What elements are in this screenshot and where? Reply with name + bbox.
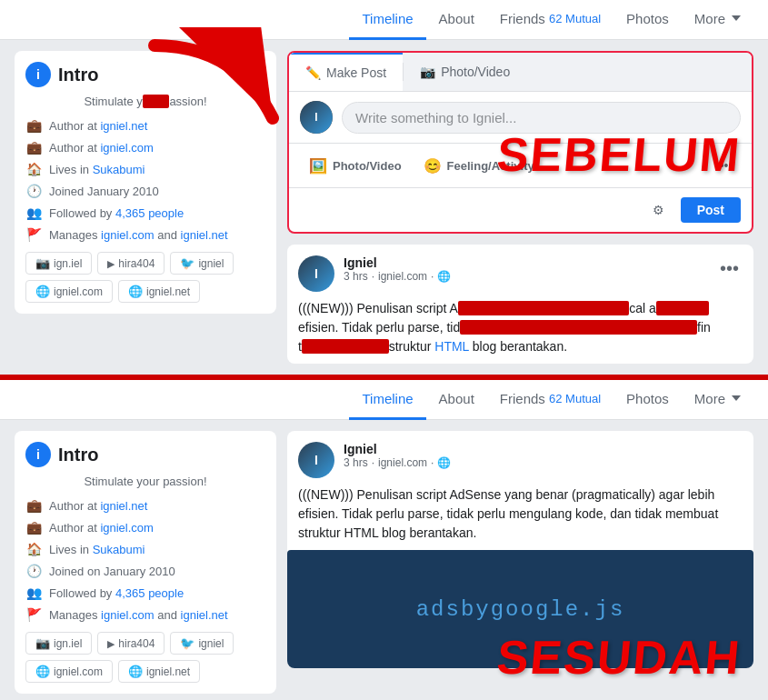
chevron-down-icon-bottom: [732, 395, 741, 401]
link-followed[interactable]: 4,365 people: [115, 206, 184, 220]
post-footer: ⚙ Post: [289, 187, 752, 232]
feed-post-meta: Igniel 3 hrs · igniel.com · 🌐: [344, 255, 707, 283]
intro-item-sukabumi: 🏠 Lives in Sukabumi: [25, 161, 265, 177]
link-sukabumi-b[interactable]: Sukabumi: [93, 543, 145, 556]
instagram-icon: [35, 256, 50, 270]
feed-post-meta-bottom: Igniel 3 hrs · igniel.com · 🌐: [344, 442, 743, 469]
intro-items-bottom: 💼 Author at igniel.net 💼 Author at ignie…: [25, 497, 265, 623]
intro-title-bottom: i Intro: [25, 442, 265, 467]
globe-icon-2: [128, 285, 143, 298]
briefcase-icon-2: 💼: [25, 139, 42, 155]
feed-post-more-button[interactable]: •••: [716, 255, 743, 281]
link-ignielcom-b[interactable]: igniel.com: [100, 521, 154, 535]
intro-item-ignielcom-b: 💼 Author at igniel.com: [25, 519, 265, 535]
nav-more-bottom[interactable]: More: [682, 380, 753, 420]
feed-post-name-bottom[interactable]: Igniel: [344, 442, 743, 456]
flag-icon-b: 🚩: [25, 606, 42, 623]
feed-post-header: I Igniel 3 hrs · igniel.com · 🌐 •••: [287, 245, 753, 292]
post-input-area: I Write something to Igniel...: [289, 92, 752, 143]
adsbygoogle-text: adsbygoogle.js: [416, 597, 625, 622]
social-youtube[interactable]: hira404: [97, 252, 165, 275]
social-instagram-b[interactable]: ign.iel: [25, 632, 92, 655]
youtube-icon: [107, 257, 115, 270]
tab-photo-video[interactable]: 📷 Photo/Video: [404, 54, 526, 90]
feed-post-header-bottom: I Igniel 3 hrs · igniel.com · 🌐: [287, 431, 753, 478]
sidebar: i Intro Stimulate your passion! 💼 Author…: [15, 51, 276, 364]
intro-box-bottom: i Intro Stimulate your passion! 💼 Author…: [15, 431, 276, 694]
social-globe-ignielnet[interactable]: igniel.net: [118, 280, 200, 303]
intro-item-ignielcom: 💼 Author at igniel.com: [25, 139, 265, 155]
nav-friends-bottom[interactable]: Friends 62 Mutual: [487, 380, 613, 420]
users-icon: 👥: [25, 205, 42, 221]
link-ignielcom[interactable]: igniel.com: [100, 141, 154, 155]
feed-avatar: I: [298, 255, 334, 292]
intro-title: i Intro: [25, 62, 265, 87]
clock-icon-b: 🕐: [25, 563, 42, 579]
clock-icon: 🕐: [25, 183, 42, 199]
intro-item-joined-b: 🕐 Joined on January 2010: [25, 563, 265, 579]
feed-post-text: (((NEW))) Penulisan script AdSense yang …: [287, 292, 753, 364]
instagram-icon-b: [35, 636, 50, 650]
nav-friends[interactable]: Friends 62 Mutual: [487, 0, 613, 40]
nav-about[interactable]: About: [426, 0, 487, 40]
social-globe-ignielnet-b[interactable]: igniel.net: [118, 660, 200, 683]
social-globe-ignielcom[interactable]: igniel.com: [25, 280, 113, 303]
social-links-bottom: ign.iel hira404 igniel igniel.com: [25, 632, 265, 683]
intro-item-manages-b: 🚩 Manages igniel.com and igniel.net: [25, 606, 265, 623]
twitter-icon-b: [180, 636, 194, 650]
link-manages-ignielcom-b[interactable]: igniel.com: [101, 608, 155, 622]
post-box-header: ✏️ Make Post 📷 Photo/Video: [289, 53, 752, 92]
social-twitter[interactable]: igniel: [170, 252, 234, 275]
privacy-globe-icon: 🌐: [437, 270, 451, 283]
social-youtube-b[interactable]: hira404: [97, 632, 165, 655]
nav-timeline-bottom[interactable]: Timeline: [349, 380, 425, 420]
social-twitter-b[interactable]: igniel: [170, 632, 234, 655]
chevron-down-icon: [732, 15, 741, 21]
link-followed-b[interactable]: 4,365 people: [115, 586, 184, 600]
feed-post-text-bottom: (((NEW))) Penulisan script AdSense yang …: [287, 478, 753, 550]
right-content: ✏️ Make Post 📷 Photo/Video I Write somet…: [287, 51, 753, 364]
nav-photos[interactable]: Photos: [613, 0, 682, 40]
feed-post-time: 3 hrs · igniel.com · 🌐: [344, 270, 707, 283]
action-feeling-activity[interactable]: 😊 Feeling/Activity: [414, 152, 544, 180]
tab-make-post[interactable]: ✏️ Make Post: [289, 53, 403, 91]
link-html[interactable]: HTML: [434, 339, 469, 354]
intro-icon-bottom: i: [25, 442, 51, 467]
link-sukabumi[interactable]: Sukabumi: [93, 163, 145, 176]
link-ignielnet-b[interactable]: igniel.net: [100, 499, 147, 513]
globe-icon-1: [35, 285, 50, 298]
intro-item-manages: 🚩 Manages igniel.com and igniel.net: [25, 226, 265, 243]
intro-item-ignielnet: 💼 Author at igniel.net: [25, 117, 265, 134]
post-input[interactable]: Write something to Igniel...: [342, 102, 741, 134]
more-options-button[interactable]: •••: [712, 151, 741, 180]
social-instagram[interactable]: ign.iel: [25, 252, 92, 275]
post-submit-button[interactable]: Post: [681, 197, 741, 223]
intro-items: 💼 Author at igniel.net 💼 Author at ignie…: [25, 117, 265, 243]
link-manages-ignielnet-b[interactable]: igniel.net: [181, 608, 228, 622]
feed-post: I Igniel 3 hrs · igniel.com · 🌐 •••: [287, 245, 753, 364]
twitter-icon: [180, 256, 194, 270]
feed-post-name[interactable]: Igniel: [344, 255, 707, 270]
feed-avatar-bottom: I: [298, 442, 334, 478]
link-manages-ignielnet[interactable]: igniel.net: [181, 228, 228, 242]
globe-icon-b2: [128, 665, 143, 678]
social-links: ign.iel hira404 igniel igniel.com: [25, 252, 265, 303]
intro-item-followed: 👥 Followed by 4,365 people: [25, 205, 265, 221]
link-manages-ignielcom[interactable]: igniel.com: [101, 228, 155, 242]
link-ignielnet[interactable]: igniel.net: [100, 119, 147, 133]
intro-item-sukabumi-b: 🏠 Lives in Sukabumi: [25, 541, 265, 557]
briefcase-icon: 💼: [25, 117, 42, 134]
intro-box: i Intro Stimulate your passion! 💼 Author…: [15, 51, 276, 314]
nav-timeline[interactable]: Timeline: [349, 0, 425, 40]
intro-item-ignielnet-b: 💼 Author at igniel.net: [25, 497, 265, 514]
intro-item-followed-b: 👥 Followed by 4,365 people: [25, 585, 265, 601]
settings-icon[interactable]: ⚙: [644, 195, 673, 225]
flag-icon: 🚩: [25, 226, 42, 243]
action-photo-video[interactable]: 🖼️ Photo/Video: [300, 152, 411, 180]
nav-about-bottom[interactable]: About: [426, 380, 487, 420]
social-globe-ignielcom-b[interactable]: igniel.com: [25, 660, 113, 683]
nav-photos-bottom[interactable]: Photos: [613, 380, 682, 420]
post-box: ✏️ Make Post 📷 Photo/Video I Write somet…: [287, 51, 753, 234]
nav-more[interactable]: More: [682, 0, 753, 40]
intro-item-joined: 🕐 Joined January 2010: [25, 183, 265, 199]
